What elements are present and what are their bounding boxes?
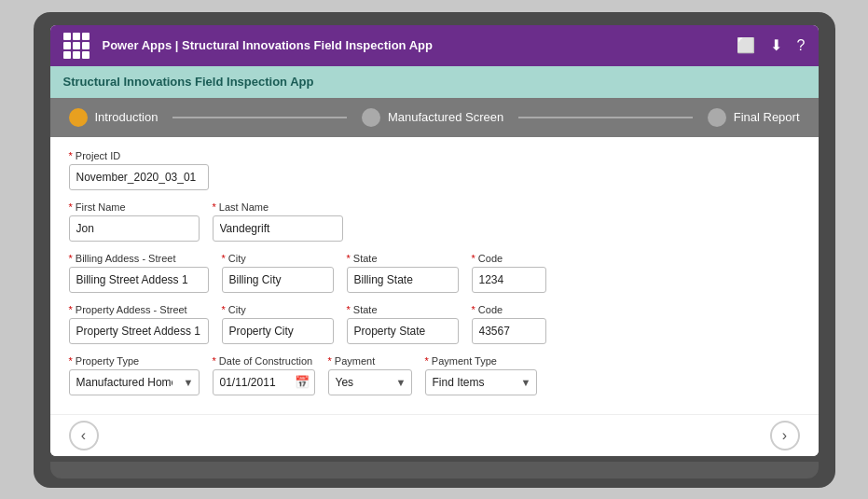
form-group-property-street: Property Addess - Street [69,304,209,344]
property-type-wrapper: Manufactured Home ▼ [69,369,200,395]
step-label-manufactured: Manufactured Screen [388,110,503,124]
nav-area: ‹ › [50,414,819,456]
date-wrapper: 📅 [213,369,315,395]
back-icon: ‹ [81,427,86,444]
input-billing-city[interactable] [222,267,334,293]
label-payment-type: Payment Type [425,355,537,367]
step-introduction[interactable]: Introduction [69,108,158,127]
step-label-introduction: Introduction [95,110,158,124]
label-property-street: Property Addess - Street [69,304,209,315]
app-title: Power Apps | Structural Innovations Fiel… [103,38,727,52]
label-property-state: State [347,304,459,315]
laptop-base [50,462,819,478]
step-manufactured[interactable]: Manufactured Screen [362,108,503,127]
form-group-billing-code: Code [472,253,546,293]
progress-divider-1 [172,117,346,118]
download-icon[interactable]: ⬇ [770,36,782,54]
laptop-screen: Power Apps | Structural Innovations Fiel… [50,25,819,456]
sub-header: Structural Innovations Field Inspection … [50,66,819,98]
form-group-last-name: Last Name [213,201,343,242]
input-first-name[interactable] [69,215,200,242]
input-date-construction[interactable] [213,369,315,395]
input-property-city[interactable] [222,318,334,344]
input-billing-code[interactable] [472,267,546,293]
label-billing-city: City [222,253,334,264]
label-payment: Payment [328,355,412,367]
laptop-outer: Power Apps | Structural Innovations Fiel… [34,12,835,488]
step-final[interactable]: Final Report [708,108,800,127]
form-group-date-construction: Date of Construction 📅 [213,355,315,395]
form-group-property-city: City [222,304,334,344]
step-label-final: Final Report [734,110,800,124]
form-group-project-id: Project ID [69,150,209,190]
label-last-name: Last Name [213,201,343,213]
form-area: Project ID First Name Last Name Billing [50,137,819,414]
form-group-property-type: Property Type Manufactured Home ▼ [69,355,200,395]
select-payment-type[interactable]: Find Items [425,369,537,395]
step-circle-manufactured [362,108,380,127]
forward-button[interactable]: › [770,421,800,450]
form-group-property-code: Code [472,304,546,344]
label-project-id: Project ID [69,150,209,161]
input-property-code[interactable] [472,318,546,344]
label-property-code: Code [472,304,546,315]
select-property-type[interactable]: Manufactured Home [69,369,200,395]
input-property-state[interactable] [347,318,459,344]
label-billing-code: Code [472,253,546,264]
label-billing-street: Billing Addess - Street [69,253,209,264]
top-bar-icons: ⬜ ⬇ ? [737,36,806,54]
label-date-construction: Date of Construction [213,355,315,367]
input-property-street[interactable] [69,318,209,344]
payment-wrapper: Yes No ▼ [328,369,412,395]
forward-icon: › [782,427,787,444]
back-button[interactable]: ‹ [69,421,99,450]
screen-icon[interactable]: ⬜ [737,36,755,54]
form-group-billing-street: Billing Addess - Street [69,253,209,293]
form-row-extras: Property Type Manufactured Home ▼ Date o… [69,355,800,395]
form-group-property-state: State [347,304,459,344]
select-payment[interactable]: Yes No [328,369,412,395]
grid-icon [63,33,90,59]
input-billing-state[interactable] [347,267,459,293]
progress-divider-2 [518,117,692,118]
step-circle-introduction [69,108,88,127]
top-bar: Power Apps | Structural Innovations Fiel… [50,25,819,66]
form-group-billing-state: State [347,253,459,293]
form-row-project-id: Project ID [69,150,800,190]
sub-header-title: Structural Innovations Field Inspection … [63,75,314,89]
form-group-payment-type: Payment Type Find Items ▼ [425,355,537,395]
form-row-billing: Billing Addess - Street City State Code [69,253,800,293]
input-billing-street[interactable] [69,267,209,293]
label-billing-state: State [347,253,459,264]
step-circle-final [708,108,726,127]
help-icon[interactable]: ? [797,37,806,54]
form-row-property: Property Addess - Street City State Code [69,304,800,344]
input-last-name[interactable] [213,215,343,242]
label-first-name: First Name [69,201,200,213]
form-group-first-name: First Name [69,201,200,242]
payment-type-wrapper: Find Items ▼ [425,369,537,395]
form-group-billing-city: City [222,253,334,293]
label-property-city: City [222,304,334,315]
input-project-id[interactable] [69,164,209,190]
form-group-payment: Payment Yes No ▼ [328,355,412,395]
form-row-names: First Name Last Name [69,201,800,242]
progress-bar: Introduction Manufactured Screen Final R… [50,98,819,137]
label-property-type: Property Type [69,355,200,367]
